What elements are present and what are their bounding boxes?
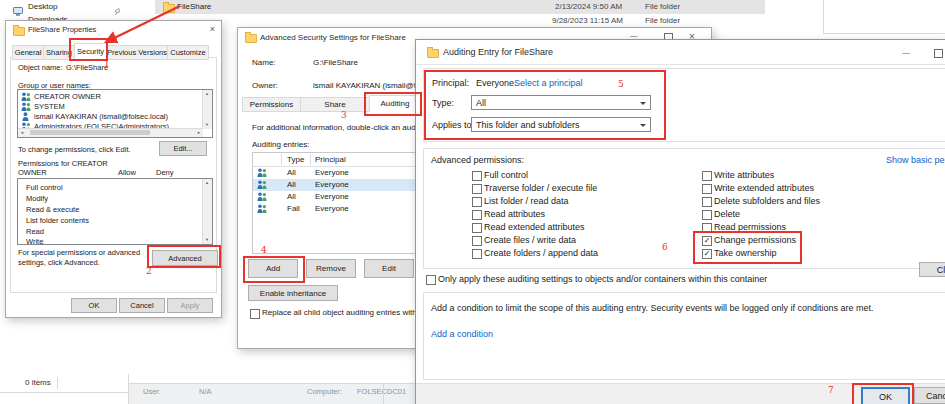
cancel-button[interactable]: Cancel (914, 387, 945, 404)
sidebar-item-desktop[interactable]: Desktop (28, 2, 57, 11)
applies-to-dropdown[interactable]: This folder and subfolders (471, 117, 651, 132)
scrollbar-thumb[interactable] (30, 130, 150, 135)
object-name-value: G:\FileShare (66, 63, 108, 72)
allow-column-header: Allow (118, 168, 136, 177)
tab-customize[interactable]: Customize (167, 45, 209, 60)
perm-label: Delete (714, 209, 740, 219)
permission-item[interactable]: List folder contents (26, 216, 89, 225)
cancel-button[interactable]: Cancel (119, 298, 165, 313)
perm-checkbox[interactable] (472, 184, 482, 194)
perm-checkbox[interactable] (472, 249, 482, 259)
permission-item[interactable]: Read (26, 227, 44, 236)
ok-button[interactable]: OK (71, 298, 117, 313)
edit-button[interactable]: Edit (364, 259, 414, 278)
column-header-principal[interactable]: Principal (315, 155, 346, 164)
annotation-number-6: 6 (662, 242, 668, 252)
list-item[interactable]: ismail KAYAKIRAN (ismail@folsec.local) (34, 112, 168, 121)
vertical-scrollbar[interactable] (202, 179, 212, 244)
permission-item[interactable]: Full control (26, 183, 63, 192)
bg-user-value: N/A (199, 387, 212, 396)
maximize-icon[interactable] (934, 49, 943, 58)
file-row-selected[interactable]: FileShare 2/13/2024 9:50 AM File folder (155, 0, 765, 14)
scroll-down-icon[interactable] (205, 122, 209, 128)
file-type: File folder (645, 2, 680, 11)
only-apply-checkbox[interactable] (426, 275, 436, 285)
perm-checkbox[interactable] (472, 223, 482, 233)
perm-label: Write extended attributes (714, 183, 814, 193)
file-row2-date: 9/28/2023 11:15 AM (552, 16, 623, 25)
permissions-list[interactable]: Full control Modify Read & execute List … (17, 178, 213, 245)
chevron-down-icon (640, 124, 646, 130)
add-button[interactable]: Add (248, 259, 298, 278)
perm-checkbox[interactable] (702, 171, 712, 181)
cell-principal: Everyone (315, 168, 349, 177)
perm-checkbox[interactable] (702, 184, 712, 194)
auditing-entries-label: Auditing entries: (252, 140, 309, 149)
remove-button[interactable]: Remove (306, 259, 356, 278)
enable-inheritance-button[interactable]: Enable inheritance (248, 285, 338, 301)
tab-share[interactable]: Share (300, 97, 370, 112)
tab-auditing[interactable]: Auditing (369, 95, 421, 113)
perm-checkbox[interactable] (472, 210, 482, 220)
perm-checkbox[interactable] (702, 197, 712, 207)
replace-child-label: Replace all child object auditing entrie… (262, 308, 430, 317)
cell-type: Fail (287, 204, 300, 213)
scroll-down-icon[interactable] (205, 237, 209, 243)
list-item[interactable]: SYSTEM (34, 102, 65, 111)
column-header-type[interactable]: Type (287, 155, 304, 164)
tab-sharing[interactable]: Sharing (43, 45, 75, 60)
minimize-icon[interactable] (902, 48, 910, 57)
type-dropdown[interactable]: All (471, 95, 651, 110)
close-icon[interactable] (210, 24, 215, 34)
group-icon (257, 180, 267, 191)
ok-button[interactable]: OK (861, 387, 910, 404)
cell-type: All (287, 192, 296, 201)
scroll-left-icon[interactable] (20, 130, 24, 136)
scroll-up-icon[interactable] (205, 91, 209, 97)
tab-previous-versions[interactable]: Previous Versions (106, 45, 168, 60)
explorer-bottom-edge (0, 392, 129, 393)
permission-item[interactable]: Write (26, 237, 43, 245)
change-permissions-checkbox[interactable]: ✓ (702, 236, 712, 246)
type-dropdown-value: All (476, 98, 486, 108)
replace-child-checkbox[interactable] (250, 309, 260, 319)
applies-to-label: Applies to: (432, 120, 474, 130)
chevron-down-icon (640, 102, 646, 108)
select-principal-link[interactable]: Select a principal (514, 78, 583, 88)
tab-general[interactable]: General (12, 45, 44, 60)
perm-label: Full control (484, 170, 528, 180)
file-name: FileShare (177, 2, 211, 11)
tab-permissions[interactable]: Permissions (242, 97, 301, 112)
advanced-button[interactable]: Advanced (152, 250, 218, 266)
annotation-number-3: 3 (341, 110, 347, 120)
perm-checkbox[interactable] (702, 223, 712, 233)
edit-button[interactable]: Edit... (159, 141, 207, 156)
minimize-icon[interactable] (630, 32, 637, 39)
add-condition-link[interactable]: Add a condition (431, 329, 493, 339)
bg-user-label: User: (143, 387, 161, 396)
vertical-scrollbar[interactable] (202, 90, 212, 129)
perm-checkbox[interactable] (472, 171, 482, 181)
clear-all-button[interactable]: Clear (919, 262, 945, 277)
show-basic-permissions-link[interactable]: Show basic perm (886, 155, 945, 165)
horizontal-scrollbar[interactable] (18, 128, 203, 137)
scroll-right-icon[interactable] (197, 130, 201, 136)
name-label: Name: (252, 58, 276, 67)
auditing-info-text: For additional information, double-click… (252, 123, 426, 132)
scroll-up-icon[interactable] (205, 180, 209, 186)
tab-security[interactable]: Security (74, 43, 107, 61)
permission-item[interactable]: Modify (26, 194, 48, 203)
group-names-list[interactable]: CREATOR OWNER SYSTEM ismail KAYAKIRAN (i… (17, 89, 213, 138)
perm-label: Create folders / append data (484, 248, 598, 258)
perm-checkbox[interactable] (472, 236, 482, 246)
annotation-number-7: 7 (828, 385, 834, 395)
advanced-permissions-label: Advanced permissions: (431, 155, 524, 165)
permission-item[interactable]: Read & execute (26, 205, 79, 214)
list-item[interactable]: CREATOR OWNER (34, 92, 101, 101)
take-ownership-checkbox[interactable]: ✓ (702, 249, 712, 259)
folder-icon (163, 4, 175, 13)
perm-checkbox[interactable] (472, 197, 482, 207)
condition-hint-text: Add a condition to limit the scope of th… (431, 303, 874, 313)
file-date: 2/13/2024 9:50 AM (555, 2, 622, 11)
perm-checkbox[interactable] (702, 210, 712, 220)
